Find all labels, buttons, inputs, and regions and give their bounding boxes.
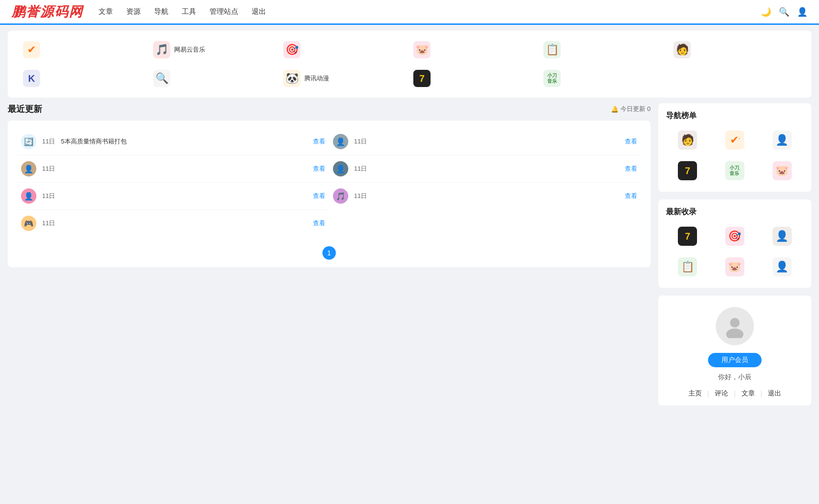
nav-tool[interactable]: 工具	[182, 5, 196, 18]
app-item-xiaodao[interactable]: 小刀音乐	[540, 67, 670, 90]
app-item-verified[interactable]: ✔	[19, 38, 149, 61]
user-greeting: 你好，小辰	[718, 373, 752, 382]
7-icon: 7	[413, 70, 431, 87]
newest-icon-5: 🐷	[725, 257, 744, 276]
nav-icon-3: 👤	[773, 131, 792, 150]
app-item-pig[interactable]: 🐷	[410, 38, 540, 61]
app-item-netease[interactable]: 🎵 网易云音乐	[149, 38, 279, 61]
page-1-btn[interactable]: 1	[322, 246, 336, 260]
nav-article[interactable]: 文章	[99, 5, 113, 18]
view-btn-r3[interactable]: 查看	[625, 192, 637, 200]
nav-chart-item-4[interactable]: 7	[666, 157, 709, 184]
pig-icon: 🐷	[413, 41, 431, 58]
updates-right-col: 👤 11日 查看 👤 11日 查看 🎵 11日	[329, 128, 641, 237]
nav-chart-item-1[interactable]: 🧑	[666, 127, 709, 153]
search-icon[interactable]: 🔍	[779, 7, 789, 17]
target-icon: 🎯	[283, 41, 300, 58]
updates-card: 🔄 11日 5本高质量情商书籍打包 查看 👤 11日 查看 👤 11日	[8, 121, 651, 267]
app-icon-grid: ✔ 🎵 网易云音乐 🎯 🐷 📋 🧑 K 🔍 🐼 腾讯动漫 7	[19, 38, 800, 90]
right-sidebar: 导航榜单 🧑 ✔’ 👤 7 小刀音乐’ 🐷	[658, 103, 811, 405]
view-btn-3[interactable]: 查看	[313, 192, 325, 200]
newest-item-4[interactable]: 📋	[666, 253, 709, 280]
update-thumb-4: 🎮	[21, 216, 36, 231]
nav-icon-5: 小刀音乐’	[725, 161, 744, 180]
tencent-anime-label: 腾讯动漫	[304, 74, 329, 83]
update-date-1: 11日	[42, 137, 55, 146]
user-nav-logout[interactable]: 退出	[768, 389, 781, 398]
user-nav: 主页 | 评论 | 文章 | 退出	[688, 389, 782, 398]
update-thumb-3: 👤	[21, 188, 36, 204]
newest-item-3[interactable]: 👤	[760, 223, 804, 250]
nav-chart-item-5[interactable]: 小刀音乐’	[713, 157, 757, 184]
view-btn-2[interactable]: 查看	[313, 164, 325, 173]
svg-point-1	[726, 329, 743, 338]
app-item-search[interactable]: 🔍	[149, 67, 279, 90]
nav-chart-item-3[interactable]: 👤	[760, 127, 804, 153]
nav-chart-item-6[interactable]: 🐷	[760, 157, 804, 184]
k-icon: K	[23, 70, 40, 87]
newest-item-1[interactable]: 7	[666, 223, 709, 250]
user-nav-sep-1: |	[708, 390, 709, 397]
nav-resource[interactable]: 资源	[126, 5, 141, 18]
nav-admin[interactable]: 管理站点	[210, 5, 238, 18]
newest-icon-3: 👤	[773, 227, 792, 246]
update-date-r3: 11日	[354, 192, 367, 200]
newest-item-6[interactable]: 👤	[760, 253, 804, 280]
view-btn-r1[interactable]: 查看	[625, 137, 637, 146]
newest-icon-1: 7	[678, 227, 697, 246]
verified-icon: ✔	[23, 41, 40, 58]
update-item: 🎮 11日 查看	[17, 210, 329, 237]
app-item-avatar1[interactable]: 🧑	[670, 38, 800, 61]
newest-item-5[interactable]: 🐷	[713, 253, 757, 280]
update-title-1: 5本高质量情商书籍打包	[61, 137, 309, 146]
left-panel: 最近更新 🔔 今日更新 0 🔄 11日 5本高质量情商书籍打包 查看 👤	[8, 103, 651, 405]
app-item-tencent-anime[interactable]: 🐼 腾讯动漫	[279, 67, 410, 90]
app-item-green-app[interactable]: 📋	[540, 38, 670, 61]
user-avatar	[716, 307, 754, 345]
app-item-target[interactable]: 🎯	[279, 38, 410, 61]
today-badge: 🔔 今日更新 0	[611, 105, 651, 113]
netease-label: 网易云音乐	[174, 45, 205, 54]
newest-icon-4: 📋	[678, 257, 697, 276]
user-card: 用户会员 你好，小辰 主页 | 评论 | 文章 | 退出	[658, 296, 811, 405]
user-avatar-svg	[723, 314, 747, 338]
nav-icon-2: ✔’	[725, 131, 744, 150]
bell-icon: 🔔	[611, 106, 619, 113]
nav-icon-6: 🐷	[773, 161, 792, 180]
update-thumb-1: 🔄	[21, 134, 36, 149]
app-item-7[interactable]: 7	[410, 67, 540, 90]
nav-chart-item-2[interactable]: ✔’	[713, 127, 757, 153]
nav-chart-title: 导航榜单	[666, 111, 804, 121]
view-btn-1[interactable]: 查看	[313, 137, 325, 146]
user-nav-comment[interactable]: 评论	[715, 389, 728, 398]
update-thumb-r1: 👤	[333, 134, 348, 149]
member-button[interactable]: 用户会员	[708, 353, 762, 367]
update-date-3: 11日	[42, 192, 55, 200]
netease-icon: 🎵	[153, 41, 170, 58]
view-btn-4[interactable]: 查看	[313, 219, 325, 228]
header-actions: 🌙 🔍 👤	[761, 7, 808, 17]
newest-title: 最新收录	[666, 207, 804, 217]
user-nav-article[interactable]: 文章	[742, 389, 755, 398]
newest-item-2[interactable]: 🎯	[713, 223, 757, 250]
update-item: 👤 11日 查看	[17, 183, 329, 210]
app-item-k[interactable]: K	[19, 67, 149, 90]
newest-icon-6: 👤	[773, 257, 792, 276]
recent-updates-header: 最近更新 🔔 今日更新 0	[8, 103, 651, 115]
update-date-r2: 11日	[354, 164, 367, 173]
theme-toggle-icon[interactable]: 🌙	[761, 7, 771, 17]
site-logo[interactable]: 鹏誉源码网	[11, 3, 83, 21]
pagination: 1	[17, 246, 641, 260]
view-btn-r2[interactable]: 查看	[625, 164, 637, 173]
user-nav-home[interactable]: 主页	[688, 389, 702, 398]
nav-icon-1: 🧑	[678, 131, 697, 150]
header: 鹏誉源码网 文章 资源 导航 工具 管理站点 退出 🌙 🔍 👤	[0, 0, 819, 25]
nav-logout[interactable]: 退出	[252, 5, 266, 18]
update-thumb-2: 👤	[21, 161, 36, 176]
nav-icon-4: 7	[678, 161, 697, 180]
user-avatar-icon[interactable]: 👤	[797, 7, 808, 17]
update-date-2: 11日	[42, 164, 55, 173]
nav-chart-card: 导航榜单 🧑 ✔’ 👤 7 小刀音乐’ 🐷	[658, 103, 811, 192]
nav-guide[interactable]: 导航	[154, 5, 168, 18]
update-item: 🔄 11日 5本高质量情商书籍打包 查看	[17, 128, 329, 155]
